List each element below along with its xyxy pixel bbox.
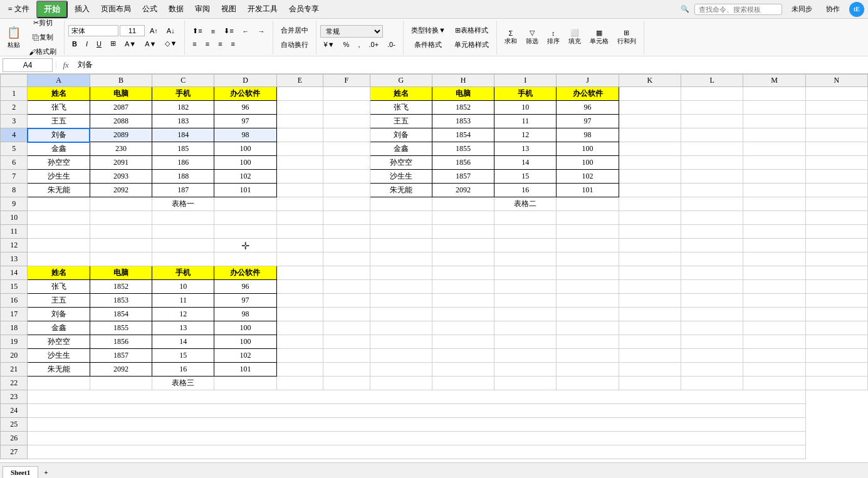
col-header-G[interactable]: G bbox=[370, 75, 432, 87]
cell-B4[interactable]: 2089 bbox=[90, 128, 152, 142]
cell-B11[interactable] bbox=[90, 225, 152, 239]
border-button[interactable]: ⊞ bbox=[107, 38, 120, 49]
cell-E14[interactable] bbox=[276, 266, 323, 280]
cell-F10[interactable] bbox=[323, 211, 370, 225]
cell-N11[interactable] bbox=[805, 225, 867, 239]
cell-C16[interactable]: 11 bbox=[152, 294, 214, 308]
fill-button[interactable]: ⬜ 填充 bbox=[565, 27, 585, 48]
cell-E7[interactable] bbox=[276, 170, 323, 184]
menu-formula[interactable]: 公式 bbox=[138, 2, 162, 16]
cell-C1[interactable]: 手机 bbox=[152, 87, 214, 101]
cell-N1[interactable] bbox=[805, 87, 867, 101]
row-num-8[interactable]: 8 bbox=[1, 184, 28, 197]
cell-J1[interactable]: 办公软件 bbox=[557, 87, 619, 101]
cell-I2[interactable]: 10 bbox=[494, 101, 557, 115]
cell-D21[interactable]: 101 bbox=[214, 363, 276, 377]
cell-E4[interactable] bbox=[276, 128, 323, 142]
cell-D1[interactable]: 办公软件 bbox=[214, 87, 276, 101]
col-header-L[interactable]: L bbox=[681, 75, 743, 87]
align-top-button[interactable]: ⬆≡ bbox=[189, 25, 206, 37]
cell-K14[interactable] bbox=[619, 266, 681, 280]
cell-M17[interactable] bbox=[743, 308, 805, 321]
cell-K17[interactable] bbox=[619, 308, 681, 321]
cell-E2[interactable] bbox=[276, 101, 323, 115]
cell-N16[interactable] bbox=[805, 294, 867, 308]
cell-J21[interactable] bbox=[557, 363, 619, 377]
format-dropdown[interactable]: 常规 bbox=[320, 25, 383, 38]
cell-M22[interactable] bbox=[743, 377, 805, 390]
col-header-B[interactable]: B bbox=[90, 75, 152, 87]
cell-N13[interactable] bbox=[805, 252, 867, 266]
cell-A6[interactable]: 孙空空 bbox=[28, 156, 90, 170]
cell-D15[interactable]: 96 bbox=[214, 280, 276, 294]
cell-C12[interactable] bbox=[152, 239, 214, 252]
cell-K6[interactable] bbox=[619, 156, 681, 170]
cell-H18[interactable] bbox=[432, 321, 494, 335]
cell-L22[interactable] bbox=[681, 377, 743, 390]
cell-M2[interactable] bbox=[743, 101, 805, 115]
merge-button[interactable]: 合并居中 bbox=[277, 24, 312, 37]
cell-K11[interactable] bbox=[619, 225, 681, 239]
cell-G5[interactable]: 金鑫 bbox=[370, 142, 432, 156]
cell-E20[interactable] bbox=[276, 349, 323, 363]
cell-G16[interactable] bbox=[370, 294, 432, 308]
cell-N17[interactable] bbox=[805, 308, 867, 321]
row-num-14[interactable]: 14 bbox=[1, 266, 28, 280]
cell-N21[interactable] bbox=[805, 363, 867, 377]
italic-button[interactable]: I bbox=[82, 38, 92, 49]
cell-C6[interactable]: 186 bbox=[152, 156, 214, 170]
cell-G17[interactable] bbox=[370, 308, 432, 321]
row-num-1[interactable]: 1 bbox=[1, 87, 28, 101]
cell-K8[interactable] bbox=[619, 184, 681, 197]
cell-A14[interactable]: 姓名 bbox=[28, 266, 90, 280]
menu-insert[interactable]: 插入 bbox=[70, 2, 94, 16]
cut-button[interactable]: ✂ 剪切 bbox=[25, 19, 60, 29]
cell-G6[interactable]: 孙空空 bbox=[370, 156, 432, 170]
cell-A13[interactable] bbox=[28, 252, 90, 266]
cell-D4[interactable]: 98 bbox=[214, 128, 276, 142]
cell-N18[interactable] bbox=[805, 321, 867, 335]
cell-row25[interactable] bbox=[28, 418, 805, 432]
cell-D20[interactable]: 102 bbox=[214, 349, 276, 363]
cell-G22[interactable] bbox=[370, 377, 432, 390]
cell-I1[interactable]: 手机 bbox=[494, 87, 557, 101]
rowcol-btn[interactable]: ⊞ 行和列 bbox=[614, 27, 640, 48]
cell-I12[interactable] bbox=[494, 239, 557, 252]
cell-A17[interactable]: 刘备 bbox=[28, 308, 90, 321]
formula-input[interactable] bbox=[75, 60, 865, 71]
cell-B20[interactable]: 1857 bbox=[90, 349, 152, 363]
cell-A1[interactable]: 姓名 bbox=[28, 87, 90, 101]
cell-L16[interactable] bbox=[681, 294, 743, 308]
cell-J6[interactable]: 100 bbox=[557, 156, 619, 170]
paste-button[interactable]: 📋 bbox=[4, 25, 24, 40]
row-num-26[interactable]: 26 bbox=[1, 432, 28, 445]
font-color-button[interactable]: A▼ bbox=[141, 38, 160, 49]
cell-N2[interactable] bbox=[805, 101, 867, 115]
table-style-button[interactable]: ⊞ 表格样式 bbox=[451, 24, 493, 37]
add-sheet-button[interactable]: + bbox=[39, 467, 52, 477]
cell-A2[interactable]: 张飞 bbox=[28, 101, 90, 115]
cell-J20[interactable] bbox=[557, 349, 619, 363]
row-num-12[interactable]: 12 bbox=[1, 239, 28, 252]
row-num-22[interactable]: 22 bbox=[1, 377, 28, 390]
cell-D13[interactable] bbox=[214, 252, 276, 266]
cell-G20[interactable] bbox=[370, 349, 432, 363]
menu-file[interactable]: ≡ 文件 bbox=[4, 2, 34, 16]
cell-B17[interactable]: 1854 bbox=[90, 308, 152, 321]
cell-K13[interactable] bbox=[619, 252, 681, 266]
cell-D11[interactable] bbox=[214, 225, 276, 239]
cell-M16[interactable] bbox=[743, 294, 805, 308]
cell-D19[interactable]: 100 bbox=[214, 335, 276, 349]
cell-C15[interactable]: 10 bbox=[152, 280, 214, 294]
cell-F12[interactable] bbox=[323, 239, 370, 252]
cell-D8[interactable]: 101 bbox=[214, 184, 276, 197]
user-avatar[interactable]: tE bbox=[849, 2, 864, 17]
cell-C20[interactable]: 15 bbox=[152, 349, 214, 363]
sync-label[interactable]: 未同步 bbox=[787, 3, 817, 16]
dec-inc-button[interactable]: .0+ bbox=[365, 39, 382, 50]
cell-J16[interactable] bbox=[557, 294, 619, 308]
cell-C13[interactable] bbox=[152, 252, 214, 266]
cell-N15[interactable] bbox=[805, 280, 867, 294]
cell-J9[interactable] bbox=[557, 197, 619, 211]
cell-C11[interactable] bbox=[152, 225, 214, 239]
